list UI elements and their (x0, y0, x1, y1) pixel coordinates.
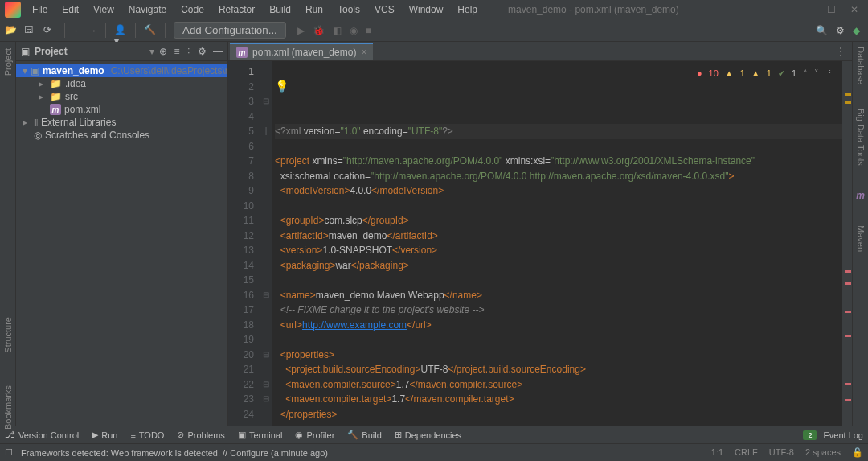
file-encoding[interactable]: UTF-8 (769, 447, 794, 458)
code-line[interactable]: <maven.compiler.source>1.7</maven.compil… (275, 377, 842, 393)
inspection-menu-icon[interactable]: ⋮ (825, 66, 834, 81)
code-line[interactable] (275, 139, 842, 154)
window-title: maven_demo - pom.xml (maven_demo) (484, 4, 805, 15)
collapse-all-icon[interactable]: ÷ (186, 46, 191, 57)
code-line[interactable]: <project.build.sourceEncoding>UTF-8</pro… (275, 362, 842, 377)
menu-navigate[interactable]: Navigate (122, 2, 173, 18)
menu-tools[interactable]: Tools (331, 2, 366, 18)
code-line[interactable]: <!-- FIXME change it to the project's we… (275, 303, 842, 318)
code-line[interactable]: <groupId>com.slcp</groupId> (275, 213, 842, 228)
code-line[interactable]: <?xml version="1.0" encoding="UTF-8"?> (275, 124, 842, 139)
error-stripe[interactable] (842, 61, 852, 426)
hide-tool-icon[interactable]: — (213, 46, 223, 57)
code-line[interactable]: <maven.compiler.target>1.7</maven.compil… (275, 392, 842, 407)
menu-refactor[interactable]: Refactor (212, 2, 261, 18)
terminal-tab[interactable]: ▣Terminal (238, 430, 283, 440)
code-line[interactable] (275, 332, 842, 348)
project-dropdown-icon[interactable]: ▾ (149, 46, 154, 57)
vcs-tab[interactable]: ⎇Version Control (5, 430, 79, 440)
code-line[interactable]: <modelVersion>4.0.0</modelVersion> (275, 183, 842, 199)
debug-icon[interactable]: 🐞 (313, 25, 325, 36)
tab-options-icon[interactable]: ⋮ (829, 43, 852, 60)
readonly-icon[interactable]: 🔓 (852, 447, 863, 458)
hammer-build-icon[interactable]: 🔨 (144, 24, 157, 37)
structure-tool-button[interactable]: Structure (3, 317, 13, 353)
event-log-button[interactable]: Event Log (823, 430, 863, 440)
tree-root[interactable]: ▾▣ maven_demo C:\Users\dell\IdeaProjects… (16, 64, 227, 77)
menu-file[interactable]: File (26, 2, 54, 18)
status-message[interactable]: Frameworks detected: Web framework is de… (21, 448, 328, 458)
dependencies-tab[interactable]: ⊞Dependencies (395, 430, 461, 440)
intention-bulb-icon[interactable]: 💡 (275, 79, 289, 94)
editor-tab-pom[interactable]: m pom.xml (maven_demo) × (230, 43, 373, 60)
menu-run[interactable]: Run (299, 2, 330, 18)
run-icon[interactable]: ▶ (297, 25, 305, 36)
code-line[interactable] (275, 422, 842, 426)
code-line[interactable]: <name>maven_demo Maven Webapp</name> (275, 288, 842, 303)
menu-vcs[interactable]: VCS (368, 2, 401, 18)
search-icon[interactable]: 🔍 (816, 25, 828, 36)
code-line[interactable] (275, 273, 842, 288)
menu-help[interactable]: Help (451, 2, 484, 18)
code-line[interactable]: <artifactId>maven_demo</artifactId> (275, 228, 842, 244)
app-icon (5, 2, 21, 18)
tree-external-libraries[interactable]: ▸⫴External Libraries (16, 116, 227, 129)
coverage-icon[interactable]: ◧ (333, 25, 342, 36)
open-icon[interactable]: 📂 (5, 24, 18, 37)
inspection-widget[interactable]: ●10 ▲1 ▲1 ✔1 ˄ ˅ ⋮ (694, 64, 837, 83)
expand-all-icon[interactable]: ≡ (174, 46, 179, 57)
code-line[interactable]: <url>http://www.example.com</url> (275, 318, 842, 333)
maven-tool-button[interactable]: Maven (856, 225, 866, 252)
stop-icon[interactable]: ■ (366, 25, 371, 36)
code-line[interactable]: <properties> (275, 348, 842, 363)
next-error-icon[interactable]: ˅ (814, 66, 819, 81)
nav-back-icon[interactable]: ← (73, 25, 83, 36)
problems-tab[interactable]: ⊘Problems (177, 430, 224, 440)
profile-icon[interactable]: ◉ (350, 25, 358, 36)
maven-file-icon: m (236, 47, 248, 58)
code-line[interactable] (275, 199, 842, 214)
tree-scratches[interactable]: ◎Scratches and Consoles (16, 129, 227, 142)
profiler-tab[interactable]: ◉Profiler (295, 430, 334, 440)
build-tab[interactable]: 🔨Build (347, 430, 381, 440)
user-icon[interactable]: 👤▾ (114, 24, 127, 37)
event-log-badge[interactable]: 2 (803, 430, 817, 440)
code-line[interactable]: xsi:schemaLocation="http://maven.apache.… (275, 169, 842, 184)
tool-settings-icon[interactable]: ⚙ (198, 46, 207, 57)
code-line[interactable]: <project xmlns="http://maven.apache.org/… (275, 154, 842, 169)
bookmarks-tool-button[interactable]: Bookmarks (3, 385, 13, 430)
indent-setting[interactable]: 2 spaces (805, 447, 841, 458)
menu-code[interactable]: Code (174, 2, 211, 18)
tree-file-pom[interactable]: mpom.xml (16, 103, 227, 116)
tree-folder-idea[interactable]: ▸📁.idea (16, 77, 227, 90)
nav-forward-icon[interactable]: → (88, 25, 97, 36)
close-tab-icon[interactable]: × (361, 47, 366, 58)
ide-features-icon[interactable]: ◆ (853, 25, 860, 36)
code-line[interactable]: <packaging>war</packaging> (275, 258, 842, 274)
todo-tab[interactable]: ≡TODO (130, 430, 164, 440)
database-tool-button[interactable]: Database (856, 47, 866, 84)
code-line[interactable]: <version>1.0-SNAPSHOT</version> (275, 243, 842, 258)
save-all-icon[interactable]: 🖫 (24, 24, 37, 37)
menu-build[interactable]: Build (263, 2, 297, 18)
caret-position[interactable]: 1:1 (711, 447, 723, 458)
reload-icon[interactable]: ⟳ (43, 24, 56, 37)
menu-view[interactable]: View (87, 2, 121, 18)
settings-icon[interactable]: ⚙ (836, 25, 845, 36)
close-button[interactable]: ✕ (850, 4, 858, 15)
code-line[interactable]: </properties> (275, 407, 842, 422)
tree-folder-src[interactable]: ▸📁src (16, 90, 227, 103)
maven-file-icon: m (50, 104, 61, 115)
menu-window[interactable]: Window (403, 2, 450, 18)
minimize-button[interactable]: ─ (805, 4, 813, 15)
menu-edit[interactable]: Edit (55, 2, 85, 18)
select-opened-icon[interactable]: ⊕ (159, 46, 167, 57)
prev-error-icon[interactable]: ˄ (803, 66, 808, 81)
project-tool-button[interactable]: Project (3, 48, 13, 76)
status-icon[interactable]: ☐ (5, 447, 13, 458)
bigdata-tool-button[interactable]: Big Data Tools (856, 109, 866, 166)
line-separator[interactable]: CRLF (735, 447, 758, 458)
add-configuration-button[interactable]: Add Configuration... (174, 22, 286, 39)
run-tab[interactable]: ▶Run (92, 430, 117, 440)
maximize-button[interactable]: ☐ (827, 4, 836, 15)
